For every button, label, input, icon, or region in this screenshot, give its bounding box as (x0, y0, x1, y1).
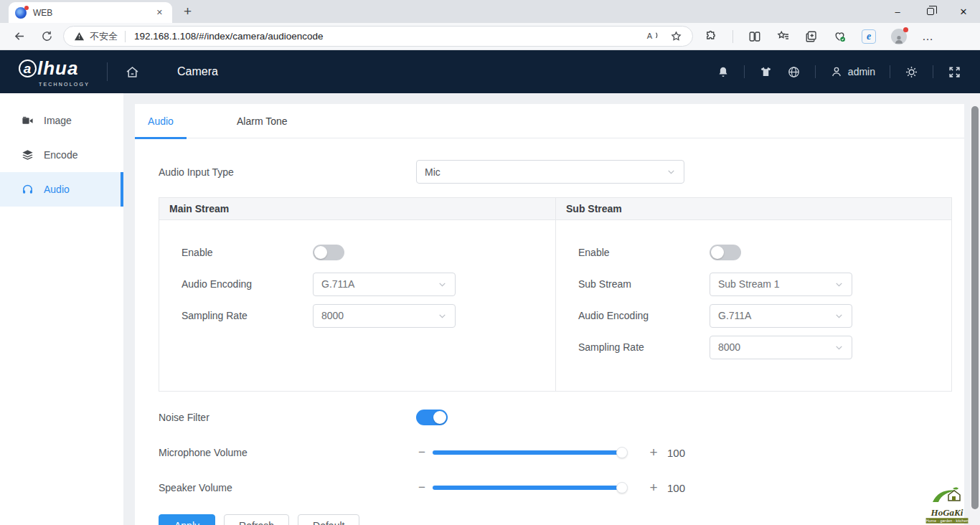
profile-avatar[interactable] (891, 29, 907, 44)
watermark-tagline: Home - garden - kitchen (926, 518, 969, 523)
speaker-volume-row: Speaker Volume − + 100 (159, 478, 952, 497)
read-aloud-button[interactable]: A (646, 30, 660, 42)
main-audio-encoding-row: Audio Encoding G.711A (182, 268, 555, 300)
sidebar-item-encode[interactable]: Encode (0, 138, 123, 172)
chevron-down-icon (834, 343, 844, 352)
tab-alarm-tone[interactable]: Alarm Tone (237, 104, 288, 138)
main-audio-encoding-select[interactable]: G.711A (313, 273, 456, 296)
default-button[interactable]: Default (298, 514, 359, 525)
language-button[interactable] (787, 65, 801, 79)
audio-input-type-row: Audio Input Type Mic (159, 160, 952, 184)
sub-stream-select-row: Sub Stream Sub Stream 1 (578, 268, 951, 300)
header-separator (815, 65, 816, 78)
main-audio-encoding-value: G.711A (321, 278, 354, 290)
refresh-button[interactable] (36, 26, 57, 47)
tab-close-icon[interactable]: ✕ (154, 6, 166, 19)
mic-volume-slider-handle[interactable] (616, 447, 628, 458)
security-label: 不安全 (90, 30, 118, 43)
toolbar-icons: e … (705, 29, 934, 44)
audio-input-type-select[interactable]: Mic (416, 160, 684, 184)
main-sampling-rate-label: Sampling Rate (182, 310, 313, 321)
app-header: alhua TECHNOLOGY Camera admin (0, 50, 980, 93)
chevron-down-icon (438, 280, 447, 289)
headphones-icon (21, 183, 34, 196)
page-scrollbar[interactable] (970, 93, 980, 525)
user-menu[interactable]: admin (830, 65, 875, 78)
split-screen-button[interactable] (748, 30, 761, 43)
settings-card: Audio Alarm Tone Audio Input Type Mic Ma (135, 104, 964, 525)
sub-audio-encoding-select[interactable]: G.711A (710, 304, 852, 328)
speaker-volume-increase-button[interactable]: + (648, 480, 659, 496)
chevron-down-icon (666, 167, 676, 176)
noise-filter-label: Noise Filter (159, 412, 416, 423)
theme-button[interactable] (759, 65, 773, 78)
main-sampling-rate-select[interactable]: 8000 (313, 304, 456, 328)
chevron-down-icon (834, 280, 844, 289)
home-button[interactable] (125, 65, 140, 80)
tab-title: WEB (33, 8, 154, 18)
speaker-volume-slider[interactable] (433, 486, 626, 490)
refresh-button-form[interactable]: Refresh (224, 514, 289, 525)
window-restore-button[interactable] (914, 0, 947, 23)
main-enable-label: Enable (182, 247, 313, 258)
action-buttons: Apply Refresh Default (159, 514, 952, 525)
extensions-button[interactable] (705, 30, 717, 43)
star-icon (670, 30, 682, 42)
sub-enable-label: Enable (578, 247, 710, 258)
read-aloud-icon: A (646, 30, 660, 42)
speaker-volume-slider-handle[interactable] (616, 482, 628, 493)
collections-button[interactable] (805, 30, 818, 43)
favorites-icon (776, 30, 790, 43)
mic-volume-increase-button[interactable]: + (648, 445, 659, 460)
main-enable-row: Enable (182, 237, 555, 268)
sub-stream-cell: Enable Sub Stream Sub Stream 1 (555, 220, 951, 391)
fullscreen-button[interactable] (948, 65, 961, 79)
sub-stream-select[interactable]: Sub Stream 1 (710, 273, 852, 296)
fullscreen-icon (948, 65, 961, 79)
back-arrow-icon (13, 29, 27, 43)
profile-person-icon (893, 34, 905, 44)
window-minimize-button[interactable]: – (881, 0, 914, 23)
sub-enable-toggle[interactable] (710, 245, 741, 260)
tab-bar: Audio Alarm Tone (135, 104, 964, 138)
logo-a-mark: a (19, 60, 37, 77)
favorite-star-button[interactable] (670, 30, 682, 42)
back-button[interactable] (9, 26, 30, 47)
favorites-button[interactable] (776, 30, 790, 43)
main-enable-toggle[interactable] (313, 245, 344, 260)
apply-button[interactable]: Apply (159, 514, 215, 525)
logo-text: lhua (37, 57, 78, 80)
noise-filter-toggle[interactable] (416, 410, 448, 425)
sidebar-item-label: Encode (44, 149, 77, 161)
header-separator (933, 65, 933, 78)
scrollbar-thumb[interactable] (971, 106, 979, 509)
ie-mode-button[interactable]: e (862, 29, 876, 44)
not-secure-warning-icon (74, 31, 85, 42)
layers-icon (21, 148, 34, 161)
sub-sampling-rate-select[interactable]: 8000 (710, 336, 852, 359)
mic-volume-slider[interactable] (433, 450, 626, 455)
settings-button[interactable] (905, 65, 918, 79)
window-close-button[interactable]: ✕ (947, 0, 980, 23)
sidebar-item-audio[interactable]: Audio (0, 172, 123, 207)
more-menu-button[interactable]: … (922, 30, 934, 43)
audio-input-type-value: Mic (425, 166, 440, 178)
chevron-down-icon (438, 311, 447, 321)
browser-essentials-button[interactable] (833, 30, 847, 43)
sidebar-item-image[interactable]: Image (0, 103, 123, 138)
speaker-volume-value: 100 (667, 482, 685, 494)
browser-titlebar: WEB ✕ + – ✕ (0, 0, 980, 23)
tab-audio[interactable]: Audio (135, 104, 187, 138)
speaker-volume-decrease-button[interactable]: − (416, 481, 428, 495)
bell-icon (717, 65, 730, 79)
url-text[interactable]: 192.168.1.108/#/index/camera/audioencode (134, 31, 636, 42)
page-title: Camera (177, 65, 218, 78)
watermark-name: HoGaKi (924, 508, 970, 517)
header-divider (107, 62, 108, 81)
notifications-button[interactable] (717, 65, 730, 79)
mic-volume-decrease-button[interactable]: − (416, 445, 428, 460)
new-tab-button[interactable]: + (184, 4, 192, 19)
svg-text:A: A (647, 32, 653, 40)
browser-tab[interactable]: WEB ✕ (9, 2, 172, 23)
address-bar[interactable]: 不安全 192.168.1.108/#/index/camera/audioen… (63, 26, 693, 47)
